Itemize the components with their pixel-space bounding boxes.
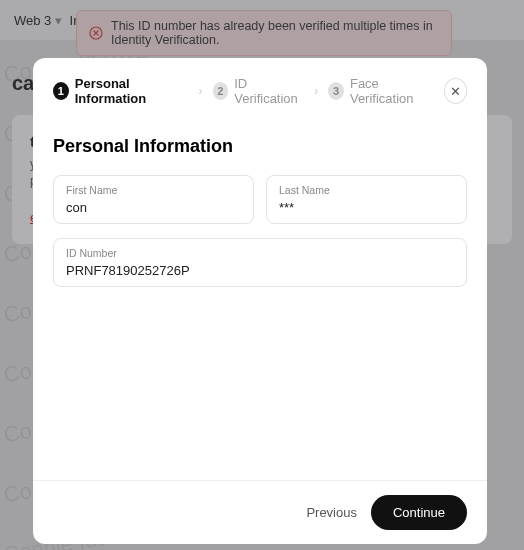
modal-body: Personal Information First Name con Last… bbox=[33, 114, 487, 480]
close-icon: ✕ bbox=[450, 84, 461, 99]
step-label: ID Verification bbox=[234, 76, 304, 106]
first-name-field[interactable]: First Name con bbox=[53, 175, 254, 224]
last-name-value: *** bbox=[279, 200, 454, 215]
modal-footer: Previous Continue bbox=[33, 480, 487, 544]
id-number-field[interactable]: ID Number PRNF78190252726P bbox=[53, 238, 467, 287]
chevron-right-icon: › bbox=[314, 84, 318, 98]
kyc-modal: 1 Personal Information › 2 ID Verificati… bbox=[33, 58, 487, 544]
previous-button[interactable]: Previous bbox=[306, 505, 357, 520]
chevron-right-icon: › bbox=[199, 84, 203, 98]
first-name-label: First Name bbox=[66, 184, 241, 196]
step-face[interactable]: 3 Face Verification bbox=[328, 76, 434, 106]
step-personal[interactable]: 1 Personal Information bbox=[53, 76, 189, 106]
id-number-label: ID Number bbox=[66, 247, 454, 259]
step-number: 1 bbox=[53, 82, 69, 100]
step-label: Face Verification bbox=[350, 76, 434, 106]
last-name-label: Last Name bbox=[279, 184, 454, 196]
last-name-field[interactable]: Last Name *** bbox=[266, 175, 467, 224]
step-label: Personal Information bbox=[75, 76, 189, 106]
step-number: 2 bbox=[213, 82, 229, 100]
stepper: 1 Personal Information › 2 ID Verificati… bbox=[33, 58, 487, 114]
close-button[interactable]: ✕ bbox=[444, 78, 467, 104]
form-heading: Personal Information bbox=[53, 136, 467, 157]
step-number: 3 bbox=[328, 82, 344, 100]
continue-button[interactable]: Continue bbox=[371, 495, 467, 530]
first-name-value: con bbox=[66, 200, 241, 215]
step-id[interactable]: 2 ID Verification bbox=[213, 76, 305, 106]
id-number-value: PRNF78190252726P bbox=[66, 263, 454, 278]
